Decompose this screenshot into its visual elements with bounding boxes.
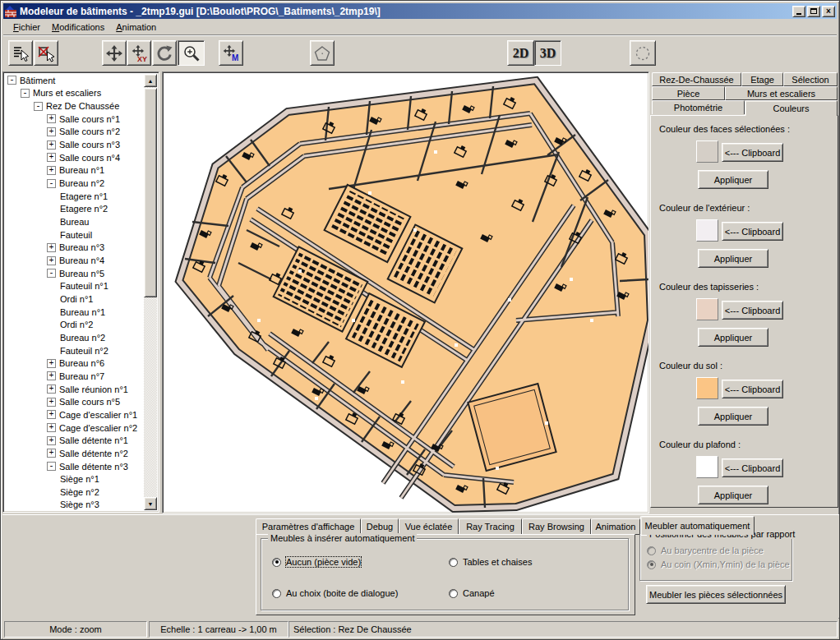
- menu-item-ichier[interactable]: Fichier: [7, 21, 46, 34]
- tree-item[interactable]: Bureau n°2: [5, 331, 144, 344]
- tree-item[interactable]: +Salle cours n°1: [5, 113, 144, 126]
- maximize-button[interactable]: [807, 6, 820, 17]
- radio-button[interactable]: [449, 558, 458, 567]
- tab-vue-clat-e[interactable]: Vue éclatée: [399, 518, 459, 535]
- tree-item[interactable]: Bureau: [5, 215, 144, 228]
- title-bar[interactable]: Modeleur de bâtiments - _2tmp19.gui [D:\…: [3, 3, 837, 19]
- expand-icon[interactable]: +: [47, 384, 56, 394]
- move-m-button[interactable]: M: [219, 40, 243, 66]
- tree-item[interactable]: Siège n°2: [5, 486, 144, 499]
- color-swatch[interactable]: [696, 377, 718, 399]
- color-swatch[interactable]: [696, 298, 718, 320]
- expand-icon[interactable]: +: [47, 423, 56, 432]
- tree-item[interactable]: -Bureau n°5: [5, 267, 144, 280]
- color-swatch[interactable]: [696, 219, 718, 242]
- radio-button[interactable]: [272, 589, 281, 598]
- furnish-selected-rooms-button[interactable]: Meubler les pièces sélectionnées: [646, 585, 786, 604]
- expand-icon[interactable]: +: [47, 256, 56, 265]
- tree-item[interactable]: -Bâtiment: [5, 74, 144, 87]
- tree-item[interactable]: -Bureau n°2: [5, 177, 144, 190]
- expand-icon[interactable]: +: [47, 166, 56, 175]
- expand-icon[interactable]: +: [47, 398, 56, 407]
- collapse-icon[interactable]: -: [7, 76, 16, 85]
- expand-icon[interactable]: +: [47, 410, 56, 419]
- lasso-circle-button[interactable]: [630, 40, 656, 66]
- viewport-3d[interactable]: [162, 71, 649, 513]
- apply-button[interactable]: Appliquer: [698, 170, 768, 189]
- tab-animation[interactable]: Animation: [591, 518, 640, 535]
- tree-item[interactable]: Bureau n°1: [5, 306, 144, 319]
- tree-item[interactable]: +Salle réunion n°1: [5, 383, 144, 396]
- tab-ray-tracing[interactable]: Ray Tracing: [459, 518, 522, 535]
- collapse-icon[interactable]: -: [21, 89, 30, 98]
- expand-icon[interactable]: +: [47, 359, 56, 368]
- apply-button[interactable]: Appliquer: [698, 407, 768, 426]
- collapse-icon[interactable]: -: [47, 462, 56, 471]
- tab-pi-ce[interactable]: Pièce: [652, 86, 725, 100]
- collapse-icon[interactable]: -: [47, 269, 56, 278]
- tree-item[interactable]: Fauteuil n°1: [5, 280, 144, 293]
- radio-au-choix[interactable]: Au choix (boite de dialogue): [272, 588, 398, 598]
- delete-selection-button[interactable]: [34, 40, 58, 66]
- apply-button[interactable]: Appliquer: [698, 486, 768, 504]
- clipboard-button[interactable]: <--- Clipboard: [722, 301, 783, 320]
- expand-icon[interactable]: +: [47, 436, 56, 445]
- polygon-tool-button[interactable]: [310, 40, 335, 66]
- tree-item[interactable]: +Cage d'escalier n°1: [5, 408, 144, 421]
- close-button[interactable]: ×: [822, 6, 835, 17]
- tree-item[interactable]: -Murs et escaliers: [5, 87, 144, 100]
- menu-item-odifications[interactable]: Modifications: [46, 21, 110, 34]
- tree-item[interactable]: -Salle détente n°3: [5, 460, 144, 473]
- tree-item[interactable]: Fauteuil n°2: [5, 344, 144, 357]
- tree-item[interactable]: Siège n°3: [5, 499, 144, 510]
- tree-item[interactable]: +Salle cours n°5: [5, 395, 144, 408]
- tree-item[interactable]: +Cage d'escalier n°2: [5, 421, 144, 435]
- zoom-tool-button[interactable]: [178, 40, 205, 66]
- scroll-up-button[interactable]: ▲: [144, 74, 157, 87]
- menu-item-nimation[interactable]: Animation: [110, 21, 162, 34]
- expand-icon[interactable]: +: [47, 140, 56, 150]
- tab-ray-browsing[interactable]: Ray Browsing: [522, 518, 591, 535]
- color-swatch[interactable]: [696, 140, 718, 163]
- radio-aucun[interactable]: Aucun (pièce vide): [272, 557, 361, 567]
- scrollbar-thumb[interactable]: [144, 88, 157, 297]
- tree-item[interactable]: +Salle cours n°4: [5, 151, 144, 164]
- tree-item[interactable]: +Bureau n°7: [5, 370, 144, 383]
- tab-couleurs[interactable]: Couleurs: [745, 100, 838, 116]
- tree-item[interactable]: +Salle cours n°2: [5, 126, 144, 139]
- color-swatch[interactable]: [696, 456, 718, 478]
- rotate-tool-button[interactable]: [152, 40, 177, 66]
- tree-item[interactable]: +Salle cours n°3: [5, 138, 144, 151]
- expand-icon[interactable]: +: [47, 127, 56, 136]
- tree-item[interactable]: +Bureau n°4: [5, 254, 144, 267]
- tree-item[interactable]: +Bureau n°6: [5, 357, 144, 370]
- tree-item[interactable]: Etagere n°2: [5, 203, 144, 216]
- view-3d-button[interactable]: 3D: [534, 40, 561, 66]
- tree-scrollbar[interactable]: ▲ ▼: [144, 74, 157, 510]
- tab-param-tres-d-affichage[interactable]: Paramètres d'affichage: [256, 518, 361, 535]
- apply-button[interactable]: Appliquer: [698, 249, 768, 268]
- tab-s-lection[interactable]: Sélection: [783, 72, 838, 86]
- clipboard-button[interactable]: <--- Clipboard: [722, 222, 783, 241]
- clipboard-button[interactable]: <--- Clipboard: [722, 143, 783, 162]
- tree-item[interactable]: Ordi n°2: [5, 318, 144, 331]
- scroll-down-button[interactable]: ▼: [144, 497, 157, 510]
- clipboard-button[interactable]: <--- Clipboard: [722, 458, 783, 477]
- tab-debug[interactable]: Debug: [361, 518, 399, 535]
- collapse-icon[interactable]: -: [34, 102, 43, 111]
- tree-item[interactable]: +Salle détente n°1: [5, 434, 144, 447]
- tab-etage[interactable]: Etage: [741, 72, 783, 86]
- tree-item[interactable]: +Salle détente n°2: [5, 447, 144, 460]
- tree-item[interactable]: Fauteuil: [5, 228, 144, 242]
- expand-icon[interactable]: +: [47, 449, 56, 458]
- minimize-button[interactable]: [792, 6, 805, 17]
- collapse-icon[interactable]: -: [47, 179, 56, 188]
- apply-button[interactable]: Appliquer: [698, 328, 768, 347]
- radio-button[interactable]: [449, 589, 458, 598]
- tree-item[interactable]: Ordi n°1: [5, 292, 144, 306]
- tree-item[interactable]: Siège n°1: [5, 472, 144, 486]
- radio-tables-chaises[interactable]: Tables et chaises: [449, 557, 532, 567]
- move-xy-button[interactable]: XY: [127, 40, 151, 66]
- pan-tool-button[interactable]: [102, 40, 127, 66]
- expand-icon[interactable]: +: [47, 371, 56, 380]
